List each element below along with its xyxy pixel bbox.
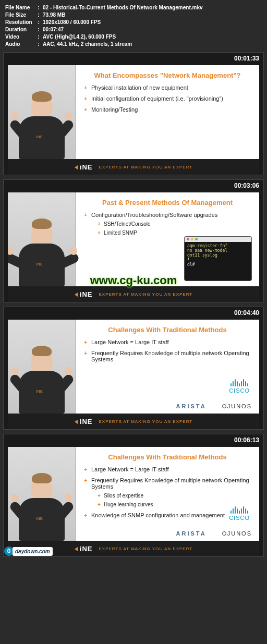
presenter-video: iNE bbox=[8, 65, 76, 159]
watermark-0daydown: 0daydown.com bbox=[4, 546, 53, 556]
slide-bullet: Large Network = Large IT staff bbox=[84, 339, 251, 345]
terminal-line: no aaa new-model bbox=[187, 248, 249, 253]
presenter-video: iNE bbox=[8, 447, 76, 541]
timecode: 00:04:40 bbox=[230, 307, 263, 319]
slide-bullet: Frequently Requires Knowledge of multipl… bbox=[84, 350, 251, 362]
terminal-line: dl# bbox=[187, 262, 249, 267]
cisco-logo: CISCO bbox=[229, 377, 250, 394]
arista-logo: ARISTA bbox=[176, 403, 207, 409]
meta-label-video: Video bbox=[5, 33, 38, 41]
junos-logo: JUNOS bbox=[222, 530, 252, 537]
terminal-window: aqm-register-fnfno aaa new-modeldot11 sy… bbox=[184, 236, 252, 281]
slide-title: Challenges With Traditional Methods bbox=[84, 326, 251, 334]
meta-label-resolution: Resolution bbox=[5, 19, 38, 26]
cisco-logo: CISCO bbox=[229, 504, 250, 521]
slide-bullet: Physical installation of new equipment bbox=[84, 84, 251, 91]
slide-bullet: Configuration/Troubleshooting/Software u… bbox=[84, 212, 251, 236]
meta-label-duration: Duration bbox=[5, 26, 38, 33]
presenter-video: iNE bbox=[8, 320, 76, 414]
slide-title: What Encompasses "Network Management"? bbox=[84, 71, 251, 79]
slide-title: Past & Present Methods Of Management bbox=[84, 199, 251, 206]
file-metadata: File Name:02 - Historical-To-Current Met… bbox=[0, 0, 267, 52]
slide-sub-bullet: Huge learning curves bbox=[91, 502, 251, 507]
slide-sub-bullet: SSH/Telnet/Console bbox=[91, 221, 251, 227]
slide-sub-bullet: Silos of expertise bbox=[91, 493, 251, 499]
video-thumbnail[interactable]: 00:04:40iNEChallenges With Traditional M… bbox=[3, 307, 264, 430]
terminal-line: ! bbox=[187, 258, 249, 262]
slide-bullet: Initial configuration of equipment (i.e.… bbox=[84, 95, 251, 102]
meta-video: AVC (High@L4.2), 60.000 FPS bbox=[43, 33, 116, 41]
ine-logo-icon: iNE bbox=[75, 290, 93, 298]
slide-content: Challenges With Traditional MethodsLarge… bbox=[76, 447, 259, 541]
thumbnail-grid: 00:01:33iNEWhat Encompasses "Network Man… bbox=[0, 52, 267, 566]
ine-logo-icon: iNE bbox=[75, 545, 93, 553]
meta-resolution: 1920x1080 / 60.000 FPS bbox=[43, 19, 101, 26]
video-thumbnail[interactable]: 00:06:13iNEChallenges With Traditional M… bbox=[3, 434, 264, 557]
ine-tagline: EXPERTS AT MAKING YOU AN EXPERT bbox=[99, 165, 193, 169]
ine-logo-icon: iNE bbox=[75, 163, 93, 171]
meta-filename: 02 - Historical-To-Current Methods Of Ne… bbox=[43, 4, 203, 11]
meta-label-filesize: File Size bbox=[5, 11, 38, 19]
ine-logo-icon: iNE bbox=[75, 418, 93, 426]
ine-tagline: EXPERTS AT MAKING YOU AN EXPERT bbox=[99, 546, 193, 551]
slide-sub-bullet: Limited SNMP bbox=[91, 230, 251, 236]
watermark-cgku: www.cg-ku.com bbox=[90, 274, 177, 287]
meta-label-filename: File Name bbox=[5, 4, 38, 11]
junos-logo: JUNOS bbox=[222, 403, 252, 409]
slide-content: What Encompasses "Network Management"?Ph… bbox=[76, 65, 259, 159]
presenter-video: iNE bbox=[8, 192, 76, 286]
video-thumbnail[interactable]: 00:01:33iNEWhat Encompasses "Network Man… bbox=[3, 52, 264, 175]
ine-tagline: EXPERTS AT MAKING YOU AN EXPERT bbox=[99, 419, 193, 424]
slide-bullet: Large Network = Large IT staff bbox=[84, 466, 251, 472]
slide-bullet: Frequently Requires Knowledge of multipl… bbox=[84, 477, 251, 507]
slide-content: Challenges With Traditional MethodsLarge… bbox=[76, 320, 259, 414]
brand-footer: iNEEXPERTS AT MAKING YOU AN EXPERT bbox=[8, 286, 259, 302]
terminal-line: dot11 syslog bbox=[187, 253, 249, 258]
meta-audio: AAC, 44.1 kHz, 2 channels, 1 stream bbox=[43, 41, 132, 48]
ine-tagline: EXPERTS AT MAKING YOU AN EXPERT bbox=[99, 292, 193, 297]
slide-bullet: Monitoring/Testing bbox=[84, 106, 251, 113]
slide-bullet: Knowledge of SNMP configuration and mana… bbox=[84, 512, 251, 518]
brand-footer: iNEEXPERTS AT MAKING YOU AN EXPERT bbox=[8, 159, 259, 175]
timecode: 00:06:13 bbox=[230, 434, 263, 446]
timecode: 00:03:06 bbox=[230, 180, 263, 191]
slide-title: Challenges With Traditional Methods bbox=[84, 453, 251, 461]
meta-label-audio: Audio bbox=[5, 41, 38, 48]
arista-logo: ARISTA bbox=[176, 530, 207, 537]
video-thumbnail[interactable]: 00:03:06iNEPast & Present Methods Of Man… bbox=[3, 179, 264, 302]
terminal-line: aqm-register-fnf bbox=[187, 244, 249, 248]
brand-footer: iNEEXPERTS AT MAKING YOU AN EXPERT bbox=[8, 414, 259, 429]
meta-filesize: 73.98 MB bbox=[43, 11, 65, 19]
meta-duration: 00:07:47 bbox=[43, 26, 64, 33]
slide-content: Past & Present Methods Of ManagementConf… bbox=[76, 192, 259, 286]
timecode: 00:01:33 bbox=[230, 53, 263, 64]
